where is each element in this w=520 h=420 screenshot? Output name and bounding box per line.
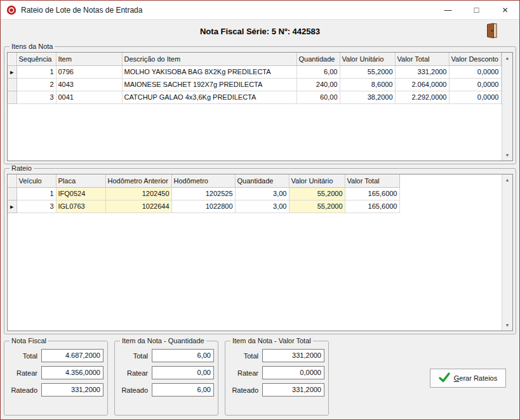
rateado-label: Rateado — [7, 386, 37, 394]
cell-valor-total[interactable]: 165,6000 — [345, 187, 399, 200]
cell-descricao[interactable]: CATCHUP GALAO 4x3,6Kg PREDILECTA — [122, 91, 297, 103]
scroll-down-icon[interactable]: ▼ — [502, 150, 512, 161]
cell-valor-unitario[interactable]: 38,2000 — [340, 91, 395, 103]
col-placa[interactable]: Placa — [56, 174, 105, 187]
totals-section: Nota Fiscal Total 4.687,2000 Ratear 4.35… — [1, 334, 519, 419]
item-quantidade-ratear-field[interactable]: 0,00 — [152, 366, 214, 379]
col-veiculo[interactable]: Veículo — [17, 174, 56, 187]
col-valor-total[interactable]: Valor Total — [345, 174, 399, 187]
scroll-up-icon[interactable]: ▲ — [502, 53, 512, 63]
table-row[interactable]: 1 IFQ0524 1202450 1202525 3,00 55,2000 1… — [8, 187, 399, 200]
total-row: Ratear 0,00 — [117, 366, 214, 379]
col-quantidade[interactable]: Quantidade — [235, 174, 289, 187]
row-indicator-cell: ► — [8, 200, 17, 213]
rateio-grid-shell: Veículo Placa Hodômetro Anterior Hodômet… — [7, 174, 513, 331]
cell-sequencia[interactable]: 2 — [17, 78, 56, 91]
item-valor-total-rateado-field[interactable]: 331,2000 — [262, 383, 324, 397]
nota-fiscal-total-field[interactable]: 4.687,2000 — [41, 349, 103, 362]
cell-valor-unitario[interactable]: 55,2000 — [289, 200, 345, 213]
cell-quantidade[interactable]: 6,00 — [297, 65, 340, 78]
gerar-rateios-button[interactable]: Gerar Rateios — [430, 369, 506, 388]
cell-quantidade[interactable]: 3,00 — [235, 187, 289, 200]
cell-descricao[interactable]: MOLHO YAKISOBA BAG 8X2Kg PREDILECTA — [122, 65, 297, 78]
cell-veiculo[interactable]: 1 — [17, 187, 56, 200]
scroll-down-icon[interactable]: ▼ — [502, 320, 512, 331]
cell-hodometro[interactable]: 1202525 — [171, 187, 235, 200]
cell-quantidade[interactable]: 60,00 — [297, 91, 340, 103]
cell-valor-unitario[interactable]: 55,2000 — [289, 187, 345, 200]
cell-sequencia[interactable]: 3 — [17, 91, 56, 103]
cell-quantidade[interactable]: 3,00 — [235, 200, 289, 213]
cell-valor-desconto[interactable]: 0,0000 — [449, 78, 501, 91]
col-hodometro[interactable]: Hodômetro — [171, 174, 235, 187]
rateio-scrollbar[interactable]: ▲ ▼ — [502, 174, 512, 331]
row-indicator-cell — [8, 187, 17, 200]
row-indicator-icon: ► — [9, 204, 15, 210]
row-indicator-icon: ► — [9, 69, 15, 75]
cell-valor-unitario[interactable]: 55,2000 — [340, 65, 395, 78]
app-icon — [6, 5, 17, 15]
table-row[interactable]: ► 1 0796 MOLHO YAKISOBA BAG 8X2Kg PREDIL… — [8, 65, 501, 78]
ratear-label: Ratear — [117, 369, 148, 377]
titlebar[interactable]: Rateio de Lote de Notas de Entrada — □ ✕ — [1, 1, 519, 20]
cell-placa[interactable]: IFQ0524 — [56, 187, 105, 200]
item-valor-total-total-field[interactable]: 331,2000 — [262, 349, 324, 362]
cell-valor-unitario[interactable]: 8,6000 — [340, 78, 395, 91]
nota-fiscal-rateado-field[interactable]: 331,2000 — [41, 383, 103, 397]
col-sequencia[interactable]: Sequência — [17, 53, 56, 65]
col-quantidade[interactable]: Quantidade — [297, 53, 340, 65]
window-title: Rateio de Lote de Notas de Entrada — [21, 6, 142, 15]
table-row[interactable]: 3 0041 CATCHUP GALAO 4x3,6Kg PREDILECTA … — [8, 91, 501, 103]
maximize-button[interactable]: □ — [462, 1, 491, 19]
cell-item[interactable]: 4043 — [56, 78, 122, 91]
cell-veiculo[interactable]: 3 — [17, 200, 56, 213]
cell-valor-total[interactable]: 331,2000 — [395, 65, 449, 78]
cell-valor-total[interactable]: 165,6000 — [345, 200, 399, 213]
scroll-up-icon[interactable]: ▲ — [502, 174, 512, 185]
item-quantidade-rateado-field[interactable]: 6,00 — [152, 383, 214, 397]
cell-valor-total[interactable]: 2.292,0000 — [395, 91, 449, 103]
cell-placa[interactable]: IGL0763 — [56, 200, 105, 213]
cell-valor-total[interactable]: 2.064,0000 — [395, 78, 449, 91]
ratear-label: Ratear — [7, 369, 37, 377]
item-valor-total-ratear-field[interactable]: 0,0000 — [262, 366, 324, 379]
col-hodometro-anterior[interactable]: Hodômetro Anterior — [105, 174, 171, 187]
itens-group-title: Itens da Nota — [10, 43, 55, 50]
total-row: Rateado 331,2000 — [228, 383, 324, 397]
col-valor-desconto[interactable]: Valor Desconto — [449, 53, 501, 65]
total-row: Total 331,2000 — [228, 349, 324, 362]
col-valor-total[interactable]: Valor Total — [395, 53, 449, 65]
cell-valor-desconto[interactable]: 0,0000 — [449, 91, 501, 103]
rateio-grid: Veículo Placa Hodômetro Anterior Hodômet… — [8, 174, 400, 213]
gerar-rateios-label: Gerar Rateios — [454, 374, 497, 382]
item-valor-total-totals-title: Item da Nota - Valor Total — [230, 337, 313, 345]
item-quantidade-totals-title: Item da Nota - Quantidade — [120, 337, 206, 345]
itens-scrollbar[interactable]: ▲ ▼ — [502, 53, 512, 161]
cell-sequencia[interactable]: 1 — [17, 65, 56, 78]
total-row: Rateado 6,00 — [117, 383, 214, 397]
cell-quantidade[interactable]: 240,00 — [297, 78, 340, 91]
rateio-group-title: Rateio — [10, 164, 34, 172]
scroll-track[interactable] — [502, 185, 512, 320]
nota-fiscal-ratear-field[interactable]: 4.356,0000 — [41, 366, 103, 379]
col-valor-unitario[interactable]: Valor Unitário — [340, 53, 395, 65]
cell-item[interactable]: 0796 — [56, 65, 122, 78]
cell-item[interactable]: 0041 — [56, 91, 122, 103]
table-row[interactable]: ► 3 IGL0763 1022644 1022800 3,00 55,2000… — [8, 200, 399, 213]
close-button[interactable]: ✕ — [491, 1, 519, 19]
cell-valor-desconto[interactable]: 0,0000 — [449, 65, 501, 78]
scroll-track[interactable] — [502, 63, 512, 150]
cell-hodometro[interactable]: 1022800 — [171, 200, 235, 213]
row-indicator-cell: ► — [8, 65, 17, 78]
col-valor-unitario[interactable]: Valor Unitário — [289, 174, 345, 187]
col-item[interactable]: Item — [56, 53, 122, 65]
cell-hodometro-anterior[interactable]: 1022644 — [105, 200, 171, 213]
cell-descricao[interactable]: MAIONESE SACHET 192X7g PREDILECTA — [122, 78, 297, 91]
table-row[interactable]: 2 4043 MAIONESE SACHET 192X7g PREDILECTA… — [8, 78, 501, 91]
item-quantidade-total-field[interactable]: 6,00 — [152, 349, 214, 362]
col-descricao[interactable]: Descrição do Item — [122, 53, 297, 65]
exit-button[interactable] — [483, 23, 500, 40]
cell-hodometro-anterior[interactable]: 1202450 — [105, 187, 171, 200]
minimize-button[interactable]: — — [434, 1, 462, 19]
total-label: Total — [7, 352, 37, 360]
